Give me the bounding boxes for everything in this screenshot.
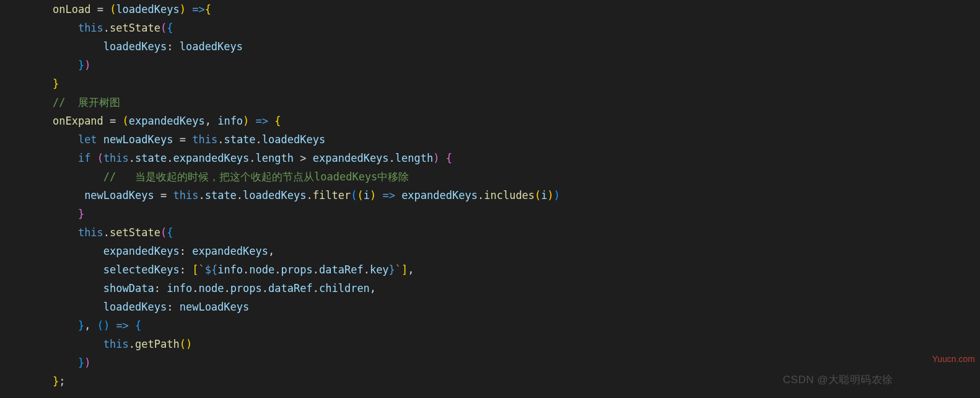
code-token: ` <box>395 263 401 276</box>
code-token: ) <box>180 3 186 15</box>
code-editor[interactable]: onLoad = (loadedKeys) =>{ this.setState(… <box>0 0 980 391</box>
code-token: } <box>389 263 395 276</box>
code-token: dataRef <box>319 263 364 276</box>
code-token: newLoadKeys <box>84 189 154 201</box>
code-line[interactable]: loadedKeys: newLoadKeys <box>27 298 980 316</box>
code-token: ) <box>370 189 376 201</box>
code-token: ) <box>84 59 90 71</box>
code-token <box>307 152 313 164</box>
code-token <box>173 133 179 146</box>
code-token: state <box>224 133 255 146</box>
code-token: length <box>395 152 433 164</box>
code-token: this <box>78 226 103 239</box>
code-token: , <box>268 245 274 257</box>
code-token <box>376 189 382 201</box>
code-token: . <box>237 189 243 201</box>
code-token: . <box>243 263 249 276</box>
code-token: setState <box>110 226 160 239</box>
code-token <box>97 133 103 146</box>
code-token: info <box>217 263 243 276</box>
code-token: if <box>78 152 90 164</box>
code-line[interactable]: // 展开树图 <box>27 93 980 112</box>
code-token: // 展开树图 <box>53 96 120 108</box>
code-token: ( <box>110 3 116 15</box>
code-token: let <box>78 133 97 146</box>
code-line[interactable]: selectedKeys: [`${info.node.props.dataRe… <box>27 260 980 279</box>
code-token: getPath <box>135 338 180 350</box>
code-token: . <box>192 282 198 294</box>
code-token: . <box>167 152 173 164</box>
code-line[interactable]: }) <box>27 56 980 74</box>
code-token: ) <box>186 338 192 350</box>
code-token <box>116 115 122 127</box>
code-token: = <box>180 133 186 146</box>
code-token <box>103 115 110 127</box>
code-token: expandedKeys <box>313 152 389 164</box>
code-token: this <box>192 133 217 146</box>
code-line[interactable]: this.getPath() <box>27 335 980 353</box>
code-token: ( <box>180 338 186 350</box>
code-token <box>129 319 135 332</box>
code-token: node <box>198 282 224 294</box>
code-token: this <box>173 189 198 201</box>
code-token: onLoad <box>53 3 90 15</box>
code-line[interactable]: onExpand = (expandedKeys, info) => { <box>27 112 980 130</box>
code-line[interactable]: let newLoadKeys = this.state.loadedKeys <box>27 130 980 149</box>
code-token: expandedKeys <box>129 115 205 127</box>
code-token: { <box>274 115 281 127</box>
code-token: node <box>249 263 274 276</box>
code-line[interactable]: }) <box>27 353 980 372</box>
code-token: . <box>249 152 255 164</box>
code-token: { <box>167 22 173 34</box>
code-token: . <box>306 189 312 201</box>
code-token: } <box>78 208 84 220</box>
code-token: : <box>154 282 160 294</box>
code-token: ( <box>160 22 167 34</box>
code-token: } <box>78 59 84 71</box>
code-token: => <box>382 189 395 201</box>
code-token: key <box>370 263 389 276</box>
code-token: . <box>364 263 370 276</box>
code-token: info <box>217 115 243 127</box>
code-token: ${ <box>205 263 217 276</box>
code-token: loadedKeys <box>103 40 167 53</box>
code-token: ) <box>548 189 554 201</box>
code-token: dataRef <box>268 282 313 294</box>
code-token: filter <box>313 189 351 201</box>
code-line[interactable]: // 当是收起的时候，把这个收起的节点从loadedKeys中移除 <box>27 167 980 186</box>
watermark-author: CSDN @大聪明码农徐 <box>783 371 893 389</box>
code-token: this <box>78 22 103 34</box>
code-token <box>90 152 97 164</box>
code-line[interactable]: } <box>27 205 980 223</box>
code-line[interactable]: newLoadKeys = this.state.loadedKeys.filt… <box>27 186 980 205</box>
code-token: : <box>180 245 186 257</box>
code-token <box>167 189 173 201</box>
code-line[interactable]: this.setState({ <box>27 223 980 242</box>
code-token: . <box>389 152 395 164</box>
code-line[interactable]: } <box>27 74 980 93</box>
code-token: , <box>205 115 217 127</box>
code-token: } <box>78 356 84 369</box>
code-line[interactable]: showData: info.node.props.dataRef.childr… <box>27 279 980 298</box>
code-token: . <box>103 22 110 34</box>
code-line[interactable]: if (this.state.expandedKeys.length > exp… <box>27 149 980 167</box>
code-token: => <box>116 319 128 332</box>
code-token: expandedKeys <box>103 245 180 257</box>
code-token: ] <box>401 263 408 276</box>
code-token: includes <box>484 189 535 201</box>
code-token: . <box>129 152 135 164</box>
watermark-site: Yuucn.com <box>932 350 975 368</box>
code-token <box>268 115 274 127</box>
code-line[interactable]: this.setState({ <box>27 19 980 37</box>
code-token: ( <box>97 319 103 332</box>
code-token: ( <box>123 115 129 127</box>
code-line[interactable]: loadedKeys: loadedKeys <box>27 37 980 56</box>
code-token: setState <box>110 22 160 34</box>
code-token: loadedKeys <box>262 133 325 146</box>
code-token <box>186 245 192 257</box>
code-line[interactable]: }, () => { <box>27 316 980 335</box>
code-line[interactable]: expandedKeys: expandedKeys, <box>27 242 980 260</box>
code-token: } <box>78 319 84 332</box>
code-line[interactable]: onLoad = (loadedKeys) =>{ <box>27 0 980 19</box>
code-token: newLoadKeys <box>180 301 250 313</box>
